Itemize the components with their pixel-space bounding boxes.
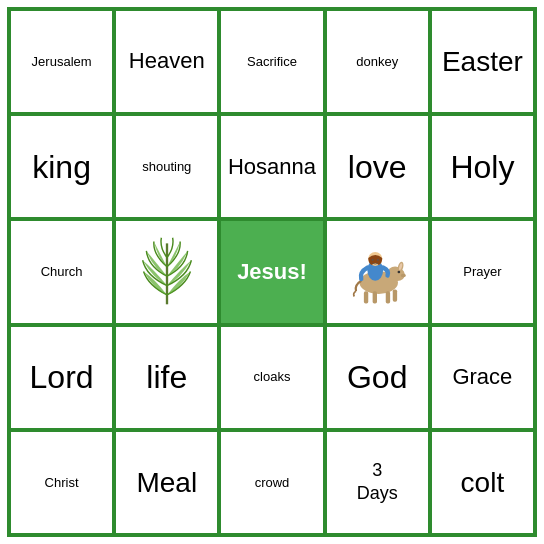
cell-r1c2: Hosanna — [219, 114, 324, 219]
svg-point-13 — [372, 259, 374, 261]
cell-r3c4: Grace — [430, 325, 535, 430]
cell-r2c4: Prayer — [430, 219, 535, 324]
cell-text-r3c4: Grace — [452, 364, 512, 390]
svg-rect-10 — [393, 289, 397, 301]
cell-r3c1: life — [114, 325, 219, 430]
cell-text-r3c0: Lord — [30, 358, 94, 396]
jesus-donkey-icon — [342, 237, 412, 307]
cell-text-r3c2: cloaks — [254, 369, 291, 385]
cell-r2c0: Church — [9, 219, 114, 324]
svg-rect-9 — [386, 291, 390, 303]
cell-r0c1: Heaven — [114, 9, 219, 114]
cell-text-r4c2: crowd — [255, 475, 290, 491]
cell-text-r0c1: Heaven — [129, 48, 205, 74]
cell-r0c2: Sacrifice — [219, 9, 324, 114]
cell-r4c2: crowd — [219, 430, 324, 535]
cell-text-r1c2: Hosanna — [228, 154, 316, 180]
cell-r1c1: shouting — [114, 114, 219, 219]
cell-r4c0: Christ — [9, 430, 114, 535]
cell-text-r4c3: 3Days — [357, 459, 398, 506]
cell-text-r4c0: Christ — [45, 475, 79, 491]
svg-point-5 — [398, 271, 401, 274]
svg-point-6 — [401, 274, 406, 278]
cell-r3c0: Lord — [9, 325, 114, 430]
cell-text-r1c3: love — [348, 148, 407, 186]
cell-r1c4: Holy — [430, 114, 535, 219]
cell-r4c3: 3Days — [325, 430, 430, 535]
cell-text-r1c0: king — [32, 148, 91, 186]
cell-text-r4c1: Meal — [136, 466, 197, 500]
svg-rect-7 — [364, 291, 368, 303]
bingo-board: Jerusalem Heaven Sacrifice donkey Easter… — [7, 7, 537, 537]
svg-rect-8 — [373, 291, 377, 303]
cell-r0c3: donkey — [325, 9, 430, 114]
cell-r1c0: king — [9, 114, 114, 219]
cell-r3c3: God — [325, 325, 430, 430]
cell-r0c4: Easter — [430, 9, 535, 114]
cell-text-r0c4: Easter — [442, 45, 523, 79]
cell-r1c3: love — [325, 114, 430, 219]
cell-text-r2c4: Prayer — [463, 264, 501, 280]
cell-text-r0c2: Sacrifice — [247, 54, 297, 70]
cell-r2c1 — [114, 219, 219, 324]
cell-text-r2c0: Church — [41, 264, 83, 280]
cell-text-r1c4: Holy — [450, 148, 514, 186]
cell-r2c3 — [325, 219, 430, 324]
cell-text-r4c4: colt — [461, 466, 505, 500]
cell-r4c4: colt — [430, 430, 535, 535]
cell-r2c2: Jesus! — [219, 219, 324, 324]
cell-r4c1: Meal — [114, 430, 219, 535]
cell-text-r3c1: life — [146, 358, 187, 396]
svg-point-14 — [377, 259, 379, 261]
palm-leaf-icon — [137, 234, 197, 309]
cell-text-r2c2: Jesus! — [237, 259, 307, 285]
cell-text-r0c0: Jerusalem — [32, 54, 92, 70]
cell-text-r3c3: God — [347, 358, 407, 396]
cell-text-r0c3: donkey — [356, 54, 398, 70]
cell-r3c2: cloaks — [219, 325, 324, 430]
cell-r0c0: Jerusalem — [9, 9, 114, 114]
cell-text-r1c1: shouting — [142, 159, 191, 175]
